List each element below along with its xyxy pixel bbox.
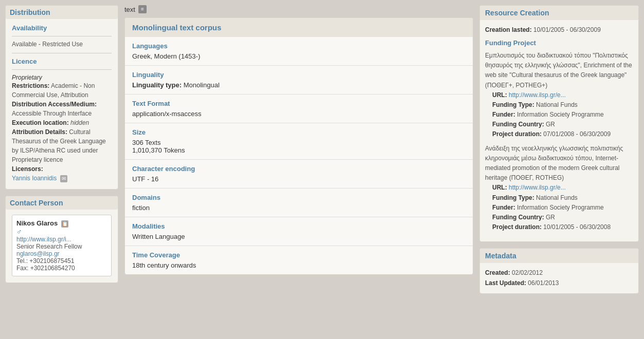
funding-block1-country-label: Funding Country:	[492, 121, 544, 128]
modalities-label: Modalities	[132, 222, 466, 230]
contact-badge-icon: 📋	[61, 220, 68, 228]
size-tokens: 1,010,370 Tokens	[132, 146, 466, 154]
funding-block1-country: GR	[546, 121, 555, 128]
char-encoding-section: Character encoding UTF - 16	[125, 160, 473, 189]
resource-creation-panel: Resource Creation Creation lasted: 10/01…	[479, 5, 639, 242]
domains-value: fiction	[132, 204, 466, 212]
funding-project-heading: Funding Project	[485, 38, 633, 49]
funding-block1-details: URL: http://www.ilsp.gr/e... Funding Typ…	[485, 90, 633, 140]
distribution-access-label: Distribution Access/Medium:	[12, 101, 97, 108]
funding-block2-country-label: Funding Country:	[492, 214, 544, 221]
licence-type: Proprietary	[12, 74, 112, 81]
funding-block2-country: GR	[546, 214, 555, 221]
funding-block1-type-label: Funding Type:	[492, 101, 534, 108]
licence-heading: Licence	[12, 58, 112, 65]
char-encoding-value: UTF - 16	[132, 175, 466, 183]
funding-block1-funder-label: Funder:	[492, 111, 515, 118]
restrictions-label: Restrictions:	[12, 82, 49, 89]
funding-block1-url-label: URL:	[492, 91, 507, 99]
contact-name: Nikos Glaros	[16, 219, 58, 227]
funding-block2-url-label: URL:	[492, 184, 507, 191]
corpus-title: Monolingual text corpus	[125, 18, 473, 37]
funding-block1-desc: Εμπλουτισμός του διαδικτυακού τόπου "Πολ…	[485, 52, 632, 89]
created-value: 02/02/2012	[512, 269, 543, 276]
funding-block1-duration-label: Project duration:	[492, 130, 542, 138]
char-encoding-label: Character encoding	[132, 165, 466, 173]
person-icon: ✉	[60, 175, 67, 182]
attribution-label: Attribution Details:	[12, 128, 67, 136]
contact-url[interactable]: http://www.ilsp.gr/i...	[16, 236, 71, 243]
contact-email[interactable]: nglaros@ilsp.gr	[16, 250, 60, 257]
licensors-link[interactable]: Yannis Ioannidis ✉	[12, 175, 67, 182]
linguality-type-label: Linguality type:	[132, 81, 182, 89]
text-format-section: Text Format application/x-msaccess	[125, 95, 473, 123]
contact-tel: Tel.: +302106875451	[16, 257, 74, 265]
funding-block1-type: National Funds	[536, 101, 578, 108]
distribution-panel: Distribution Availability Available - Re…	[5, 5, 118, 190]
funding-block-2: Ανάδειξη της νεοελληνικής γλωσσικής πολι…	[485, 144, 633, 233]
funding-block2-suffix: (ΠΟΘΕΓ, ROTHEG)	[509, 174, 564, 181]
contact-fax: Fax: +302106854270	[16, 265, 75, 272]
breadcrumb-text: text	[124, 6, 135, 13]
contact-title: Contact Person	[6, 196, 118, 210]
main-column: text ≡ Monolingual text corpus Languages…	[124, 5, 473, 300]
languages-value: Greek, Modern (1453-)	[132, 52, 466, 60]
creation-lasted-value: 10/01/2005 - 06/30/2009	[533, 26, 601, 33]
contact-panel: Contact Person Nikos Glaros 📋 ♂ http://w…	[5, 196, 118, 283]
availability-value: Available - Restricted Use	[12, 41, 112, 48]
funding-block-1: Εμπλουτισμός του διαδικτυακού τόπου "Πολ…	[485, 51, 633, 140]
contact-gender-icon: ♂	[16, 228, 107, 236]
domains-label: Domains	[132, 194, 466, 201]
creation-lasted-label: Creation lasted:	[485, 26, 532, 33]
metadata-body: Created: 02/02/2012 Last Updated: 06/01/…	[480, 263, 638, 293]
resource-creation-body: Creation lasted: 10/01/2005 - 06/30/2009…	[480, 20, 638, 241]
licence-details: Restrictions: Academic - Non Commercial …	[12, 81, 112, 183]
funding-block2-type: National Funds	[536, 194, 578, 201]
distribution-title: Distribution	[6, 6, 118, 19]
corpus-panel: Monolingual text corpus Languages Greek,…	[124, 17, 473, 275]
linguality-label: Linguality	[132, 71, 466, 79]
availability-heading: Availability	[12, 24, 112, 32]
funding-block2-duration-label: Project duration:	[492, 223, 542, 231]
funding-block2-url[interactable]: http://www.ilsp.gr/e...	[509, 184, 566, 191]
time-coverage-value: 18th century onwards	[132, 261, 466, 269]
funding-block2-type-label: Funding Type:	[492, 194, 534, 201]
table-icon: ≡	[138, 5, 147, 13]
licensors-value: Yannis Ioannidis	[12, 175, 57, 182]
modalities-value: Written Language	[132, 233, 466, 240]
last-updated-label: Last Updated:	[485, 279, 526, 287]
domains-section: Domains fiction	[125, 189, 473, 217]
text-format-value: application/x-msaccess	[132, 110, 466, 118]
funding-block2-details: URL: http://www.ilsp.gr/e... Funding Typ…	[485, 183, 633, 232]
created-label: Created:	[485, 269, 510, 276]
last-updated-value: 06/01/2013	[528, 279, 559, 287]
funding-block1-funder: Information Society Programme	[517, 111, 604, 118]
metadata-panel: Metadata Created: 02/02/2012 Last Update…	[479, 248, 639, 293]
linguality-section: Linguality Linguality type: Monolingual	[125, 66, 473, 95]
size-texts: 306 Texts	[132, 139, 466, 146]
execution-label: Execution location:	[12, 119, 69, 126]
time-coverage-label: Time Coverage	[132, 251, 466, 259]
distribution-access-value: Accessible Through Interface	[12, 110, 92, 117]
funding-block1-url[interactable]: http://www.ilsp.gr/e...	[509, 91, 566, 99]
languages-label: Languages	[132, 42, 466, 50]
execution-value: hidden	[70, 119, 89, 126]
contact-card: Nikos Glaros 📋 ♂ http://www.ilsp.gr/i...…	[12, 215, 112, 276]
breadcrumb-row: text ≡	[124, 5, 473, 13]
size-section: Size 306 Texts 1,010,370 Tokens	[125, 123, 473, 160]
text-format-label: Text Format	[132, 100, 466, 107]
size-label: Size	[132, 128, 466, 136]
resource-creation-title: Resource Creation	[480, 6, 638, 20]
metadata-title: Metadata	[480, 249, 638, 263]
modalities-section: Modalities Written Language	[125, 217, 473, 246]
licensors-label: Licensors:	[12, 165, 43, 173]
left-column: Distribution Availability Available - Re…	[5, 5, 118, 300]
right-column: Resource Creation Creation lasted: 10/01…	[479, 5, 639, 300]
languages-section: Languages Greek, Modern (1453-)	[125, 37, 473, 66]
funding-block2-duration: 10/01/2005 - 06/30/2008	[543, 223, 611, 231]
funding-block2-funder-label: Funder:	[492, 204, 515, 211]
funding-block1-duration: 07/01/2008 - 06/30/2009	[543, 130, 611, 138]
time-coverage-section: Time Coverage 18th century onwards	[125, 246, 473, 274]
linguality-value: Linguality type: Monolingual	[132, 81, 466, 89]
linguality-type-value: Monolingual	[184, 81, 220, 89]
